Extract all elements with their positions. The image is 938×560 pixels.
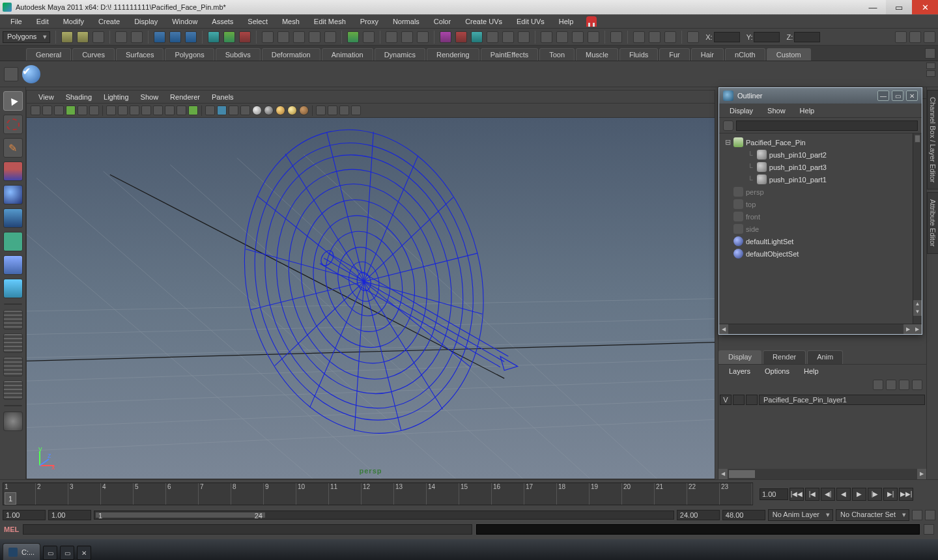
shelf-tab-general[interactable]: General: [26, 48, 71, 61]
range-slider[interactable]: 1 24: [94, 511, 674, 520]
shelf-tab-curves[interactable]: Curves: [72, 48, 115, 61]
outliner-window[interactable]: Outliner — ▭ ✕ Display Show Help ⊟Pacifi…: [718, 87, 922, 335]
outliner-vscroll-down[interactable]: ▼: [913, 308, 922, 316]
shelf-custom-icon[interactable]: ✔: [22, 65, 40, 83]
menu-help[interactable]: Help: [552, 16, 580, 27]
vp-menu-panels[interactable]: Panels: [206, 92, 239, 102]
vp-res-gate-icon[interactable]: [118, 105, 128, 115]
shelf-tab-custom[interactable]: Custom: [767, 48, 811, 61]
playback-start-field[interactable]: [48, 510, 91, 520]
shelf-scroll-down[interactable]: [926, 70, 935, 77]
menu-mesh[interactable]: Mesh: [276, 16, 306, 27]
vp-bookmark-icon[interactable]: [42, 105, 52, 115]
viewport-canvas[interactable]: y x z persp: [27, 118, 715, 479]
outliner-vscroll-thumb[interactable]: [915, 135, 920, 143]
vp-motion-blur-icon[interactable]: [276, 105, 285, 115]
time-tick[interactable]: 13: [394, 483, 427, 505]
layer-tab-render[interactable]: Render: [763, 350, 806, 364]
cmd-input[interactable]: [23, 524, 472, 535]
freeze-button[interactable]: [556, 31, 568, 43]
layer-name[interactable]: Pacified_Face_Pin_layer1: [759, 395, 925, 405]
outliner-vscroll-up[interactable]: ▲: [913, 300, 922, 308]
vp-grease-icon[interactable]: [78, 105, 87, 115]
last-tool[interactable]: [3, 412, 23, 431]
time-tick[interactable]: 21: [655, 483, 687, 505]
outliner-menu-show[interactable]: Show: [761, 105, 792, 116]
vp-grid-icon[interactable]: [89, 105, 99, 115]
outliner-filter-icon[interactable]: [723, 120, 733, 131]
show-manip-tool[interactable]: [3, 279, 23, 298]
shelf-scroll-up[interactable]: [926, 63, 935, 69]
scale-tool[interactable]: [3, 208, 23, 228]
vp-wire-shaded-icon[interactable]: [205, 105, 215, 115]
coord-y-input[interactable]: [754, 32, 780, 42]
relationship-button[interactable]: [471, 31, 483, 43]
outliner-hscroll-track[interactable]: [728, 324, 903, 334]
anim-end-field[interactable]: [722, 510, 765, 520]
shelf-tab-hair[interactable]: Hair: [691, 48, 724, 61]
taskbar-btn-2[interactable]: ▭: [60, 546, 74, 560]
expand-icon[interactable]: ⊟: [724, 138, 731, 147]
outliner-vscrollbar[interactable]: ▲ ▼: [913, 133, 922, 324]
vp-isolate-icon[interactable]: [316, 105, 326, 115]
layer-row[interactable]: VPacified_Face_Pin_layer1: [720, 393, 925, 406]
time-tick[interactable]: 2: [36, 483, 68, 505]
redo-button[interactable]: [131, 31, 143, 43]
menu-assets[interactable]: Assets: [205, 16, 240, 27]
snap-curve-button[interactable]: [277, 31, 289, 43]
shelf-layout-button[interactable]: [4, 67, 18, 81]
time-tick[interactable]: 22: [687, 483, 720, 505]
step-back-button[interactable]: ◀|: [821, 488, 835, 501]
vp-2d-pan-icon[interactable]: [66, 105, 76, 115]
outliner-row[interactable]: └push_pin10_part1: [720, 173, 920, 186]
outliner-hscroll-right2[interactable]: ▶: [913, 324, 922, 334]
outliner-row[interactable]: top: [720, 198, 920, 210]
anim-start-field[interactable]: [3, 510, 46, 520]
universal-manip-tool[interactable]: [3, 232, 23, 251]
vp-menu-renderer[interactable]: Renderer: [165, 92, 205, 102]
shelf-tab-polygons[interactable]: Polygons: [165, 48, 214, 61]
time-tick[interactable]: 8: [231, 483, 264, 505]
time-tick[interactable]: 5: [134, 483, 166, 505]
outliner-titlebar[interactable]: Outliner — ▭ ✕: [719, 88, 922, 104]
layer-tab-display[interactable]: Display: [718, 350, 761, 364]
undo-button[interactable]: [115, 31, 127, 43]
time-tick[interactable]: 15: [459, 483, 492, 505]
snap-live-button[interactable]: [324, 31, 336, 43]
range-slider-bar[interactable]: 1 24: [96, 512, 265, 518]
time-ruler[interactable]: 1234567891011121314151617181920212223 1: [3, 483, 753, 505]
layer-moveup-button[interactable]: [873, 380, 883, 390]
menuset-selector[interactable]: Polygons: [3, 31, 50, 43]
layer-new-selected-button[interactable]: [912, 380, 922, 390]
outliner-tree[interactable]: ⊟Pacified_Face_Pin└push_pin10_part2└push…: [719, 133, 922, 324]
vp-hq-icon[interactable]: [252, 105, 262, 115]
select-tool[interactable]: [3, 91, 23, 111]
select-tool-button[interactable]: [154, 31, 165, 43]
go-end-button[interactable]: ▶▶|: [899, 488, 913, 501]
hypershade-button[interactable]: [440, 31, 451, 43]
step-forward-button[interactable]: |▶: [868, 488, 882, 501]
cmd-lang-label[interactable]: MEL: [4, 525, 19, 533]
layer-movedown-button[interactable]: [886, 380, 896, 390]
outliner-menu-display[interactable]: Display: [723, 105, 760, 116]
render-button[interactable]: [386, 31, 397, 43]
shelf-tab-deformation[interactable]: Deformation: [262, 48, 320, 61]
shelf-tab-fluids[interactable]: Fluids: [619, 48, 658, 61]
time-tick[interactable]: 14: [427, 483, 459, 505]
vp-safe-title-icon[interactable]: [165, 105, 175, 115]
layer-hscroll-track[interactable]: [728, 469, 917, 479]
taskbar-item[interactable]: C:...: [3, 543, 40, 560]
single-perspective-layout[interactable]: [3, 310, 23, 329]
shelf-tab-toon[interactable]: Toon: [539, 48, 575, 61]
side-tab-channel-box[interactable]: Channel Box / Layer Editor: [927, 90, 939, 189]
layer-hscroll-thumb[interactable]: [729, 470, 755, 478]
anim-layer-selector[interactable]: No Anim Layer: [768, 509, 833, 521]
shelf-tab-muscle[interactable]: Muscle: [576, 48, 618, 61]
history-off-button[interactable]: [363, 31, 375, 43]
script-button[interactable]: [664, 31, 676, 43]
open-scene-button[interactable]: [77, 31, 89, 43]
vp-menu-show[interactable]: Show: [135, 92, 164, 102]
outliner-row[interactable]: defaultObjectSet: [720, 247, 920, 260]
time-tick[interactable]: 7: [199, 483, 231, 505]
menu-display[interactable]: Display: [128, 16, 164, 27]
